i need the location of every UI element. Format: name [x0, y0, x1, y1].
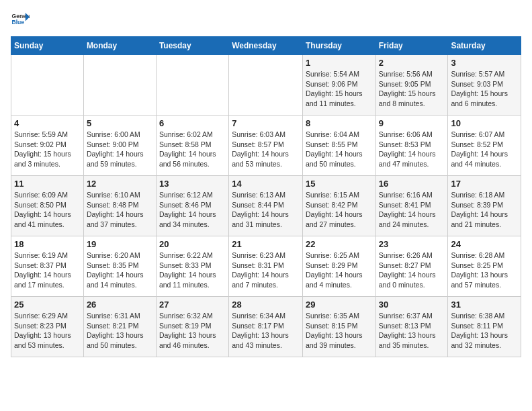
day-info: Sunrise: 6:09 AM Sunset: 8:50 PM Dayligh… — [14, 190, 81, 230]
calendar-cell: 6Sunrise: 6:02 AM Sunset: 8:58 PM Daylig… — [156, 116, 228, 176]
day-info: Sunrise: 6:28 AM Sunset: 8:25 PM Dayligh… — [451, 250, 518, 290]
calendar-cell — [156, 55, 228, 116]
day-number: 26 — [87, 300, 153, 310]
day-number: 19 — [87, 239, 153, 249]
day-number: 3 — [451, 58, 518, 68]
day-number: 31 — [451, 300, 518, 310]
day-number: 17 — [451, 179, 518, 189]
calendar-cell: 19Sunrise: 6:20 AM Sunset: 8:35 PM Dayli… — [83, 236, 156, 297]
day-number: 29 — [306, 300, 373, 310]
day-number: 25 — [14, 300, 81, 310]
calendar-cell: 9Sunrise: 6:06 AM Sunset: 8:53 PM Daylig… — [375, 116, 448, 176]
day-number: 28 — [232, 300, 300, 310]
calendar-cell: 8Sunrise: 6:04 AM Sunset: 8:55 PM Daylig… — [302, 116, 375, 176]
day-number: 13 — [159, 179, 226, 189]
calendar-cell: 2Sunrise: 5:56 AM Sunset: 9:05 PM Daylig… — [375, 55, 448, 116]
calendar-cell: 20Sunrise: 6:22 AM Sunset: 8:33 PM Dayli… — [156, 236, 228, 297]
calendar-cell: 3Sunrise: 5:57 AM Sunset: 9:03 PM Daylig… — [448, 55, 521, 116]
day-info: Sunrise: 6:07 AM Sunset: 8:52 PM Dayligh… — [451, 130, 518, 169]
day-number: 16 — [379, 179, 445, 189]
day-number: 27 — [159, 300, 226, 310]
day-number: 6 — [159, 118, 226, 128]
day-info: Sunrise: 6:22 AM Sunset: 8:33 PM Dayligh… — [159, 250, 226, 290]
day-number: 8 — [306, 118, 373, 128]
day-info: Sunrise: 6:16 AM Sunset: 8:41 PM Dayligh… — [379, 190, 445, 230]
calendar-cell: 26Sunrise: 6:31 AM Sunset: 8:21 PM Dayli… — [83, 297, 156, 357]
calendar-cell: 7Sunrise: 6:03 AM Sunset: 8:57 PM Daylig… — [229, 116, 303, 176]
day-number: 1 — [306, 58, 373, 68]
day-info: Sunrise: 6:18 AM Sunset: 8:39 PM Dayligh… — [451, 190, 518, 230]
calendar-cell: 21Sunrise: 6:23 AM Sunset: 8:31 PM Dayli… — [229, 236, 303, 297]
day-info: Sunrise: 6:12 AM Sunset: 8:46 PM Dayligh… — [159, 190, 226, 230]
day-number: 12 — [87, 179, 153, 189]
day-info: Sunrise: 5:57 AM Sunset: 9:03 PM Dayligh… — [451, 69, 518, 109]
day-info: Sunrise: 6:26 AM Sunset: 8:27 PM Dayligh… — [379, 250, 445, 290]
calendar-cell: 11Sunrise: 6:09 AM Sunset: 8:50 PM Dayli… — [11, 176, 84, 236]
calendar-cell — [83, 55, 156, 116]
day-number: 20 — [159, 239, 226, 249]
day-info: Sunrise: 6:00 AM Sunset: 9:00 PM Dayligh… — [87, 130, 153, 169]
calendar-cell: 13Sunrise: 6:12 AM Sunset: 8:46 PM Dayli… — [156, 176, 228, 236]
logo: General Blue — [11, 11, 30, 30]
day-number: 9 — [379, 118, 445, 128]
day-info: Sunrise: 6:23 AM Sunset: 8:31 PM Dayligh… — [232, 250, 300, 290]
day-info: Sunrise: 6:31 AM Sunset: 8:21 PM Dayligh… — [87, 311, 153, 351]
calendar-cell: 5Sunrise: 6:00 AM Sunset: 9:00 PM Daylig… — [83, 116, 156, 176]
day-info: Sunrise: 6:29 AM Sunset: 8:23 PM Dayligh… — [14, 311, 81, 351]
day-info: Sunrise: 6:32 AM Sunset: 8:19 PM Dayligh… — [159, 311, 226, 351]
day-number: 15 — [306, 179, 373, 189]
day-number: 4 — [14, 118, 81, 128]
calendar-table: SundayMondayTuesdayWednesdayThursdayFrid… — [11, 36, 521, 357]
calendar-cell — [229, 55, 303, 116]
day-number: 14 — [232, 179, 300, 189]
day-number: 11 — [14, 179, 81, 189]
header: General Blue — [11, 11, 521, 30]
day-info: Sunrise: 6:10 AM Sunset: 8:48 PM Dayligh… — [87, 190, 153, 230]
day-info: Sunrise: 6:15 AM Sunset: 8:42 PM Dayligh… — [306, 190, 373, 230]
calendar-cell: 1Sunrise: 5:54 AM Sunset: 9:06 PM Daylig… — [302, 55, 375, 116]
day-number: 7 — [232, 118, 300, 128]
calendar-cell: 29Sunrise: 6:35 AM Sunset: 8:15 PM Dayli… — [302, 297, 375, 357]
day-info: Sunrise: 6:25 AM Sunset: 8:29 PM Dayligh… — [306, 250, 373, 290]
logo-icon: General Blue — [11, 11, 30, 30]
calendar-cell: 31Sunrise: 6:38 AM Sunset: 8:11 PM Dayli… — [448, 297, 521, 357]
calendar-cell: 17Sunrise: 6:18 AM Sunset: 8:39 PM Dayli… — [448, 176, 521, 236]
day-info: Sunrise: 6:34 AM Sunset: 8:17 PM Dayligh… — [232, 311, 300, 351]
day-number: 18 — [14, 239, 81, 249]
day-info: Sunrise: 5:56 AM Sunset: 9:05 PM Dayligh… — [379, 69, 445, 109]
svg-text:Blue: Blue — [12, 19, 25, 26]
day-number: 30 — [379, 300, 445, 310]
day-number: 2 — [379, 58, 445, 68]
calendar-cell: 12Sunrise: 6:10 AM Sunset: 8:48 PM Dayli… — [83, 176, 156, 236]
calendar-cell: 10Sunrise: 6:07 AM Sunset: 8:52 PM Dayli… — [448, 116, 521, 176]
calendar-cell: 15Sunrise: 6:15 AM Sunset: 8:42 PM Dayli… — [302, 176, 375, 236]
day-info: Sunrise: 6:38 AM Sunset: 8:11 PM Dayligh… — [451, 311, 518, 351]
weekday-header-wednesday: Wednesday — [229, 37, 303, 55]
weekday-header-monday: Monday — [83, 37, 156, 55]
day-info: Sunrise: 5:59 AM Sunset: 9:02 PM Dayligh… — [14, 130, 81, 169]
calendar-cell: 24Sunrise: 6:28 AM Sunset: 8:25 PM Dayli… — [448, 236, 521, 297]
weekday-header-saturday: Saturday — [448, 37, 521, 55]
day-info: Sunrise: 6:13 AM Sunset: 8:44 PM Dayligh… — [232, 190, 300, 230]
day-info: Sunrise: 6:06 AM Sunset: 8:53 PM Dayligh… — [379, 130, 445, 169]
weekday-header-friday: Friday — [375, 37, 448, 55]
day-number: 21 — [232, 239, 300, 249]
day-info: Sunrise: 6:37 AM Sunset: 8:13 PM Dayligh… — [379, 311, 445, 351]
calendar-cell: 27Sunrise: 6:32 AM Sunset: 8:19 PM Dayli… — [156, 297, 228, 357]
calendar-cell: 30Sunrise: 6:37 AM Sunset: 8:13 PM Dayli… — [375, 297, 448, 357]
day-info: Sunrise: 6:04 AM Sunset: 8:55 PM Dayligh… — [306, 130, 373, 169]
calendar-cell: 14Sunrise: 6:13 AM Sunset: 8:44 PM Dayli… — [229, 176, 303, 236]
weekday-header-sunday: Sunday — [11, 37, 84, 55]
day-number: 5 — [87, 118, 153, 128]
calendar-cell — [11, 55, 84, 116]
calendar-cell: 23Sunrise: 6:26 AM Sunset: 8:27 PM Dayli… — [375, 236, 448, 297]
day-info: Sunrise: 6:02 AM Sunset: 8:58 PM Dayligh… — [159, 130, 226, 169]
weekday-header-thursday: Thursday — [302, 37, 375, 55]
day-number: 23 — [379, 239, 445, 249]
calendar-cell: 22Sunrise: 6:25 AM Sunset: 8:29 PM Dayli… — [302, 236, 375, 297]
day-number: 22 — [306, 239, 373, 249]
day-number: 24 — [451, 239, 518, 249]
calendar-cell: 18Sunrise: 6:19 AM Sunset: 8:37 PM Dayli… — [11, 236, 84, 297]
calendar-cell: 16Sunrise: 6:16 AM Sunset: 8:41 PM Dayli… — [375, 176, 448, 236]
day-info: Sunrise: 5:54 AM Sunset: 9:06 PM Dayligh… — [306, 69, 373, 109]
